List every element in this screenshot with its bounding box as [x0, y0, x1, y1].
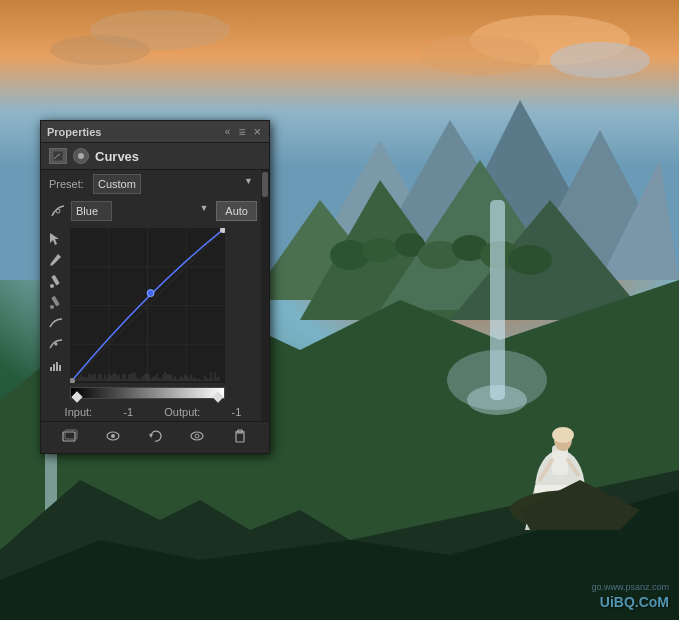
input-value: -1 — [123, 406, 133, 418]
left-tools — [45, 228, 67, 399]
collapse-btn[interactable]: « — [223, 125, 233, 138]
pencil-tool[interactable] — [47, 251, 65, 269]
curves-title: Curves — [95, 149, 139, 164]
channel-arrow-icon: ▼ — [199, 203, 208, 213]
gradient-bars — [70, 385, 257, 399]
svg-rect-53 — [59, 365, 61, 371]
channel-select-wrapper: Blue RGB Red Green ▼ — [71, 201, 212, 221]
channel-select[interactable]: Blue RGB Red Green — [71, 201, 112, 221]
panel-controls: « ≡ × — [223, 123, 263, 140]
svg-point-59 — [191, 432, 203, 440]
panel-title: Properties — [47, 126, 101, 138]
svg-marker-44 — [50, 254, 61, 266]
close-btn[interactable]: × — [251, 123, 263, 140]
svg-rect-39 — [53, 151, 63, 161]
gradient-bar — [70, 387, 225, 399]
svg-marker-58 — [149, 434, 153, 438]
properties-panel: Properties « ≡ × Curves Preset: — [40, 120, 270, 454]
menu-btn[interactable]: ≡ — [236, 124, 247, 140]
svg-point-49 — [55, 343, 58, 346]
svg-rect-47 — [51, 296, 59, 307]
svg-point-2 — [420, 35, 540, 75]
gradient-bar-wrapper — [70, 385, 225, 399]
io-row: Input: -1 Output: -1 — [41, 403, 269, 421]
svg-rect-61 — [236, 433, 244, 442]
svg-rect-52 — [56, 362, 58, 371]
visibility-dot — [78, 153, 84, 159]
watermark-sub: go.www.psanz.com — [591, 582, 669, 592]
curves-graph-area — [41, 224, 269, 403]
eyedropper2-tool[interactable] — [47, 293, 65, 311]
panel-titlebar: Properties « ≡ × — [41, 121, 269, 143]
panel-content: Preset: Custom ▼ Blue RGB R — [41, 170, 269, 421]
svg-rect-51 — [53, 364, 55, 371]
svg-rect-50 — [50, 367, 52, 371]
preset-row: Preset: Custom ▼ — [41, 170, 269, 198]
smooth-curve-tool[interactable] — [47, 314, 65, 332]
gradient-handle-right[interactable] — [212, 391, 223, 402]
gradient-handle-left[interactable] — [71, 391, 82, 402]
svg-marker-43 — [50, 233, 59, 245]
curves-doc-icon — [49, 148, 67, 164]
output-label: Output: — [164, 406, 200, 418]
svg-point-17 — [362, 238, 398, 262]
layer-visibility-icon[interactable] — [73, 148, 89, 164]
svg-point-60 — [195, 434, 199, 438]
undo-icon[interactable] — [147, 428, 163, 447]
input-label: Input: — [65, 406, 93, 418]
svg-point-46 — [50, 284, 54, 288]
output-value: -1 — [232, 406, 242, 418]
svg-point-48 — [50, 305, 54, 309]
eye-icon[interactable] — [189, 428, 205, 447]
eyedropper-tool[interactable] — [47, 272, 65, 290]
new-layer-icon[interactable] — [62, 428, 78, 447]
preset-label: Preset: — [49, 178, 87, 190]
preset-select[interactable]: Custom — [93, 174, 141, 194]
anchor-tool[interactable] — [47, 335, 65, 353]
svg-point-22 — [508, 245, 552, 275]
panel-scrollbar[interactable] — [261, 170, 269, 421]
auto-button[interactable]: Auto — [216, 201, 257, 221]
channel-row: Blue RGB Red Green ▼ Auto — [41, 198, 269, 224]
svg-point-33 — [552, 427, 574, 443]
svg-point-42 — [56, 209, 60, 213]
curve-point-icon — [49, 202, 67, 220]
visibility-toggle-icon[interactable] — [105, 428, 121, 447]
graph-container — [70, 228, 257, 399]
curves-header: Curves — [41, 143, 269, 170]
curves-doc-svg — [52, 150, 64, 162]
svg-point-5 — [50, 35, 150, 65]
histogram-tool[interactable] — [47, 356, 65, 374]
preset-arrow-icon: ▼ — [244, 176, 253, 186]
bottom-toolbar — [41, 421, 269, 453]
pointer-tool[interactable] — [47, 230, 65, 248]
delete-icon[interactable] — [232, 428, 248, 447]
scrollbar-thumb — [262, 172, 268, 197]
svg-point-57 — [111, 434, 115, 438]
svg-point-3 — [550, 42, 650, 78]
svg-point-25 — [447, 350, 547, 410]
watermark-text: UiBQ.CoM — [600, 594, 669, 610]
preset-select-wrapper: Custom ▼ — [93, 174, 257, 194]
svg-rect-45 — [51, 275, 59, 286]
curves-canvas[interactable] — [70, 228, 225, 383]
